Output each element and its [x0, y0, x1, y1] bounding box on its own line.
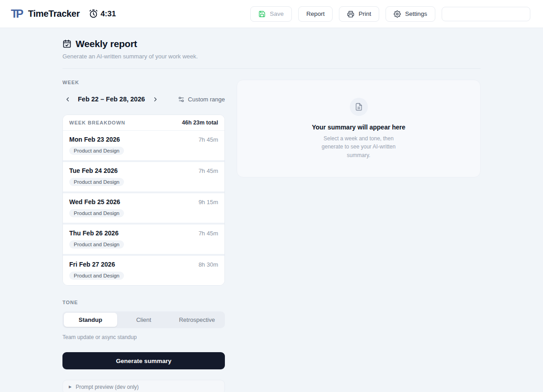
tone-tab-client[interactable]: Client	[117, 313, 171, 327]
generate-summary-button[interactable]: Generate summary	[62, 352, 225, 369]
week-navigation: Feb 22 – Feb 28, 2026 Custom range	[62, 93, 225, 105]
week-breakdown-card: WEEK BREAKDOWN 46h 23m total Mon Feb 23 …	[62, 115, 225, 286]
day-duration: 7h 45m	[199, 230, 218, 237]
timer: 4:31	[89, 9, 116, 19]
week-total: 46h 23m total	[182, 120, 218, 126]
summary-column: Your summary will appear here Select a w…	[237, 80, 481, 392]
chevron-right-icon	[152, 96, 159, 103]
next-week-button[interactable]	[150, 94, 160, 104]
previous-week-button[interactable]	[62, 94, 72, 104]
day-row[interactable]: Tue Feb 24 2026 7h 45m Product and Desig…	[63, 162, 224, 191]
custom-range-label: Custom range	[188, 96, 225, 103]
timer-value: 4:31	[100, 10, 116, 19]
chevron-left-icon	[64, 96, 71, 103]
summary-empty-description: Select a week and tone, then generate to…	[314, 134, 404, 160]
day-row[interactable]: Fri Feb 27 2026 8h 30m Product and Desig…	[63, 256, 224, 285]
caret-right-icon: ▶	[69, 385, 71, 389]
brand: TP TimeTracker	[11, 8, 80, 19]
day-row[interactable]: Mon Feb 23 2026 7h 45m Product and Desig…	[63, 131, 224, 160]
printer-icon	[347, 10, 354, 18]
tone-section: TONE Standup Client Retrospective Team u…	[62, 300, 225, 340]
calendar-check-icon	[62, 39, 71, 48]
day-project-badge: Product and Design	[69, 272, 124, 280]
custom-range-button[interactable]: Custom range	[178, 96, 225, 103]
day-project-badge: Product and Design	[69, 147, 124, 155]
document-icon	[350, 98, 368, 116]
day-date: Wed Feb 25 2026	[69, 198, 120, 206]
controls-column: WEEK Feb 22 – Feb 28, 2026	[62, 80, 225, 392]
app-logo-icon: TP	[11, 8, 24, 19]
header-input[interactable]	[442, 7, 530, 21]
sliders-icon	[178, 96, 185, 103]
week-range: Feb 22 – Feb 28, 2026	[78, 96, 145, 103]
topbar-actions: Save Report Print Settings	[250, 6, 530, 22]
day-project-badge: Product and Design	[69, 240, 124, 249]
stopwatch-icon	[89, 9, 98, 19]
day-duration: 8h 30m	[199, 261, 218, 268]
day-date: Fri Feb 27 2026	[69, 261, 115, 268]
report-button[interactable]: Report	[298, 6, 333, 22]
main-content: Weekly report Generate an AI-written sum…	[62, 28, 481, 392]
day-row[interactable]: Wed Feb 25 2026 9h 15m Product and Desig…	[63, 193, 224, 223]
summary-empty-state: Your summary will appear here Select a w…	[312, 98, 405, 160]
settings-button-label: Settings	[405, 10, 427, 17]
top-bar: TP TimeTracker 4:31 Save Report	[0, 0, 543, 28]
page-subtitle: Generate an AI-written summary of your w…	[62, 53, 481, 60]
save-button[interactable]: Save	[250, 6, 292, 22]
gear-icon	[394, 10, 401, 18]
tone-label: TONE	[62, 300, 225, 305]
summary-panel: Your summary will appear here Select a w…	[237, 80, 481, 177]
day-duration: 9h 15m	[199, 199, 218, 206]
tone-segmented-control: Standup Client Retrospective	[62, 311, 225, 328]
report-button-label: Report	[306, 10, 325, 17]
prompt-preview-label: Prompt preview (dev only)	[76, 384, 138, 390]
prompt-preview-toggle[interactable]: ▶ Prompt preview (dev only)	[62, 380, 225, 392]
print-button[interactable]: Print	[339, 6, 379, 22]
print-button-label: Print	[358, 10, 371, 17]
header-divider	[62, 68, 481, 69]
summary-empty-title: Your summary will appear here	[312, 124, 405, 131]
day-date: Mon Feb 23 2026	[69, 136, 120, 143]
day-list: Mon Feb 23 2026 7h 45m Product and Desig…	[63, 131, 224, 285]
tone-tab-standup[interactable]: Standup	[64, 313, 117, 327]
day-date: Tue Feb 24 2026	[69, 167, 118, 174]
tone-helper-text: Team update or async standup	[62, 334, 225, 340]
day-project-badge: Product and Design	[69, 209, 124, 217]
settings-button[interactable]: Settings	[386, 6, 435, 22]
week-breakdown-label: WEEK BREAKDOWN	[69, 120, 125, 125]
day-row[interactable]: Thu Feb 26 2026 7h 45m Product and Desig…	[63, 225, 224, 254]
app-title: TimeTracker	[28, 9, 80, 19]
day-duration: 7h 45m	[199, 167, 218, 174]
week-label: WEEK	[62, 80, 225, 85]
day-project-badge: Product and Design	[69, 178, 124, 186]
week-breakdown-header: WEEK BREAKDOWN 46h 23m total	[63, 115, 224, 131]
save-button-label: Save	[270, 10, 284, 17]
tone-tab-retrospective[interactable]: Retrospective	[170, 313, 224, 327]
page-title: Weekly report	[76, 38, 137, 49]
save-icon	[258, 10, 266, 18]
day-duration: 7h 45m	[199, 136, 218, 143]
day-date: Thu Feb 26 2026	[69, 229, 119, 237]
